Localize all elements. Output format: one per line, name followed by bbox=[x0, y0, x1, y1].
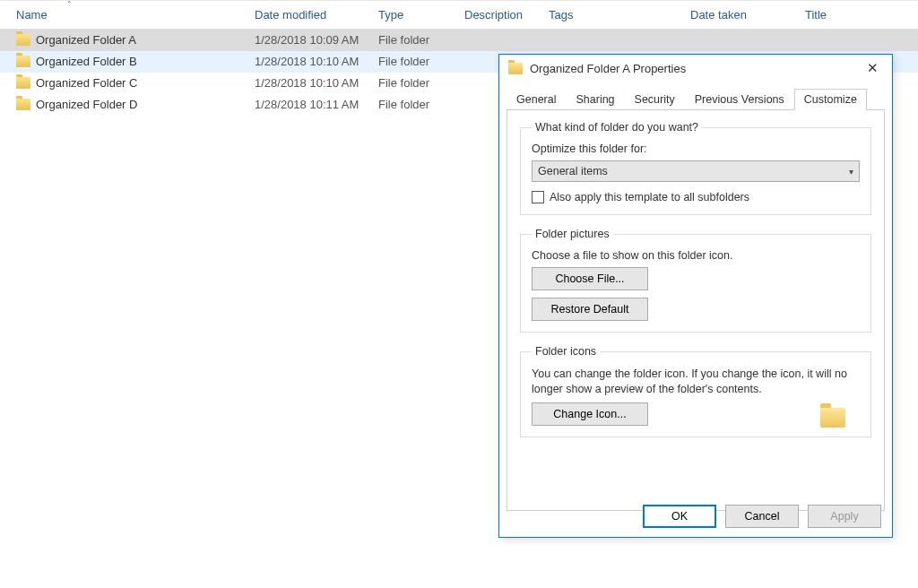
row-name: Organized Folder B bbox=[36, 55, 137, 68]
column-name-label: Name bbox=[16, 8, 48, 22]
close-icon: ✕ bbox=[867, 60, 879, 76]
folder-icon bbox=[508, 63, 523, 74]
row-modified: 1/28/2018 10:11 AM bbox=[255, 98, 359, 111]
row-modified: 1/28/2018 10:10 AM bbox=[255, 76, 359, 90]
folder-icon bbox=[16, 99, 30, 110]
folder-kind-legend: What kind of folder do you want? bbox=[532, 121, 702, 134]
tab-general[interactable]: General bbox=[507, 89, 566, 110]
customize-panel: What kind of folder do you want? Optimiz… bbox=[507, 109, 885, 511]
folder-icons-legend: Folder icons bbox=[532, 345, 600, 358]
dialog-button-row: OK Cancel Apply bbox=[643, 505, 881, 528]
column-description[interactable]: Description bbox=[464, 1, 549, 30]
apply-button[interactable]: Apply bbox=[808, 505, 881, 528]
sort-ascending-icon: ˄ bbox=[67, 0, 72, 9]
tab-bar: General Sharing Security Previous Versio… bbox=[499, 82, 892, 110]
row-type: File folder bbox=[378, 98, 429, 111]
row-type: File folder bbox=[378, 33, 429, 47]
column-tags[interactable]: Tags bbox=[549, 1, 690, 30]
optimize-label: Optimize this folder for: bbox=[532, 143, 860, 155]
tab-sharing[interactable]: Sharing bbox=[566, 89, 624, 110]
change-icon-button[interactable]: Change Icon... bbox=[532, 402, 648, 426]
folder-pictures-caption: Choose a file to show on this folder ico… bbox=[532, 249, 860, 262]
column-modified[interactable]: Date modified bbox=[255, 1, 378, 30]
dialog-title: Organized Folder A Properties bbox=[530, 62, 862, 75]
row-name: Organized Folder C bbox=[36, 76, 137, 90]
row-modified: 1/28/2018 10:09 AM bbox=[255, 33, 359, 47]
folder-kind-group: What kind of folder do you want? Optimiz… bbox=[520, 121, 871, 215]
tab-customize[interactable]: Customize bbox=[794, 89, 867, 110]
tab-security[interactable]: Security bbox=[625, 89, 685, 110]
column-title[interactable]: Title bbox=[805, 1, 918, 30]
row-name: Organized Folder A bbox=[36, 33, 136, 47]
also-apply-row: Also apply this template to all subfolde… bbox=[532, 191, 860, 203]
row-modified: 1/28/2018 10:10 AM bbox=[255, 55, 359, 68]
folder-icon bbox=[16, 56, 30, 67]
row-type: File folder bbox=[378, 76, 429, 90]
column-type[interactable]: Type bbox=[378, 1, 464, 30]
chevron-down-icon: ▾ bbox=[849, 167, 853, 177]
row-name: Organized Folder D bbox=[36, 98, 137, 111]
properties-dialog: Organized Folder A Properties ✕ General … bbox=[498, 54, 893, 538]
close-button[interactable]: ✕ bbox=[862, 57, 883, 79]
folder-icon bbox=[16, 34, 30, 46]
folder-pictures-legend: Folder pictures bbox=[532, 228, 613, 240]
table-row[interactable]: Organized Folder A 1/28/2018 10:09 AM Fi… bbox=[0, 30, 918, 51]
ok-button[interactable]: OK bbox=[643, 505, 716, 528]
cancel-button[interactable]: Cancel bbox=[725, 505, 799, 528]
also-apply-label: Also apply this template to all subfolde… bbox=[550, 191, 749, 203]
row-type: File folder bbox=[378, 55, 429, 68]
also-apply-checkbox[interactable] bbox=[532, 191, 544, 203]
choose-file-button[interactable]: Choose File... bbox=[532, 267, 648, 290]
optimize-combo-value: General items bbox=[538, 165, 608, 177]
column-date-taken[interactable]: Date taken bbox=[690, 1, 805, 30]
column-name[interactable]: Name ˄ bbox=[0, 1, 255, 30]
folder-icons-caption: You can change the folder icon. If you c… bbox=[532, 367, 860, 397]
restore-default-button[interactable]: Restore Default bbox=[532, 298, 648, 321]
folder-icons-group: Folder icons You can change the folder i… bbox=[520, 345, 871, 437]
folder-preview-icon bbox=[820, 408, 845, 428]
dialog-titlebar[interactable]: Organized Folder A Properties ✕ bbox=[499, 55, 892, 82]
folder-icon bbox=[16, 77, 30, 89]
folder-pictures-group: Folder pictures Choose a file to show on… bbox=[520, 228, 871, 333]
column-header-row: Name ˄ Date modified Type Description Ta… bbox=[0, 1, 918, 30]
tab-previous-versions[interactable]: Previous Versions bbox=[685, 89, 794, 110]
optimize-combo[interactable]: General items ▾ bbox=[532, 160, 860, 182]
